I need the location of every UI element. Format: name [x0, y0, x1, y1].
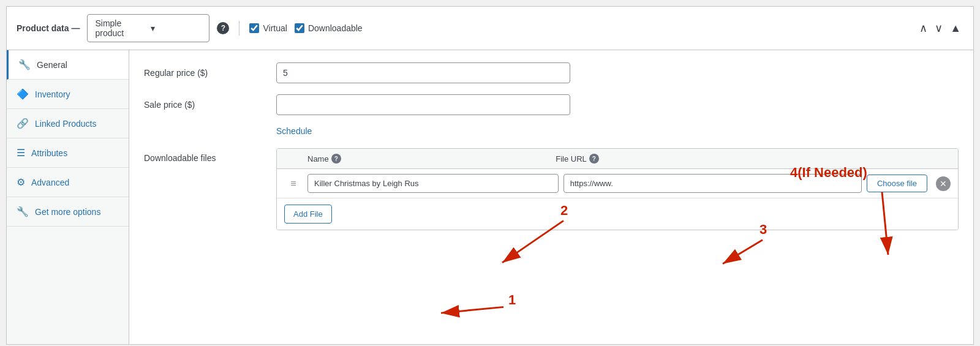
- link-icon: 🔗: [17, 118, 29, 129]
- sidebar-item-label: Advanced: [31, 178, 69, 187]
- sidebar-item-linked-products[interactable]: 🔗 Linked Products: [7, 109, 129, 138]
- sidebar-item-label: Linked Products: [35, 119, 96, 129]
- files-table-footer: Add File: [277, 198, 958, 230]
- sidebar-item-label: Attributes: [31, 148, 67, 158]
- virtual-checkbox[interactable]: [249, 23, 259, 33]
- divider: [239, 21, 239, 36]
- downloadable-files-label: Downloadable files: [144, 148, 266, 163]
- add-file-button[interactable]: Add File: [284, 205, 332, 224]
- collapse-up-button[interactable]: ∧: [917, 20, 930, 36]
- product-type-select[interactable]: Simple product ▾: [87, 14, 209, 42]
- sidebar-item-advanced[interactable]: ⚙ Advanced: [7, 168, 129, 197]
- help-icon[interactable]: ?: [217, 22, 229, 34]
- main-content: Regular price ($) Sale price ($) Schedul…: [129, 50, 973, 344]
- downloadable-checkbox[interactable]: [295, 23, 304, 33]
- attributes-icon: ☰: [17, 147, 25, 159]
- virtual-checkbox-group[interactable]: Virtual: [249, 23, 287, 33]
- sale-price-label: Sale price ($): [144, 100, 266, 110]
- file-url-input[interactable]: [564, 174, 862, 193]
- sidebar-item-label: Get more options: [35, 207, 100, 217]
- url-help-icon[interactable]: ?: [589, 154, 599, 164]
- collapse-down-button[interactable]: ∨: [932, 20, 945, 36]
- inventory-icon: 🔷: [17, 88, 29, 100]
- sale-price-row: Sale price ($): [144, 94, 959, 115]
- drag-col-header: [284, 154, 303, 164]
- product-data-body: 🔧 General 🔷 Inventory 🔗 Linked Products …: [7, 50, 973, 344]
- virtual-label: Virtual: [263, 23, 287, 33]
- file-name-input[interactable]: [307, 174, 559, 193]
- downloadable-label: Downloadable: [308, 23, 363, 33]
- sidebar-item-label: General: [37, 60, 67, 70]
- remove-file-button[interactable]: ✕: [936, 176, 951, 191]
- url-col-header: File URL ?: [556, 154, 848, 164]
- files-table-header: Name ? File URL ?: [277, 149, 958, 169]
- schedule-link[interactable]: Schedule: [276, 126, 959, 136]
- gear-icon: ⚙: [17, 176, 25, 188]
- name-col-header: Name ?: [307, 154, 551, 164]
- regular-price-row: Regular price ($): [144, 62, 959, 83]
- sidebar-item-label: Inventory: [35, 89, 70, 99]
- expand-button[interactable]: ▲: [948, 20, 963, 36]
- sidebar-item-attributes[interactable]: ☰ Attributes: [7, 138, 129, 168]
- chevron-down-icon: ▾: [151, 23, 202, 33]
- choose-file-button[interactable]: Choose file: [867, 175, 927, 192]
- name-help-icon[interactable]: ?: [331, 154, 341, 164]
- downloadable-files-section: Downloadable files Name ? File URL ?: [144, 148, 959, 230]
- files-table: Name ? File URL ? ≡: [276, 148, 959, 230]
- regular-price-input[interactable]: [276, 62, 570, 83]
- downloadable-checkbox-group[interactable]: Downloadable: [295, 23, 363, 33]
- product-data-header: Product data — Simple product ▾ ? Virtua…: [7, 7, 973, 50]
- sidebar: 🔧 General 🔷 Inventory 🔗 Linked Products …: [7, 50, 129, 344]
- action-col-header: [853, 154, 951, 164]
- product-data-title: Product data —: [17, 23, 80, 33]
- table-row: ≡ Choose file ✕: [277, 169, 958, 198]
- product-type-label: Simple product: [95, 18, 146, 38]
- sale-price-input[interactable]: [276, 94, 570, 115]
- sidebar-item-general[interactable]: 🔧 General: [7, 50, 129, 80]
- sidebar-item-get-more-options[interactable]: 🔧 Get more options: [7, 197, 129, 227]
- regular-price-label: Regular price ($): [144, 68, 266, 78]
- header-actions: ∧ ∨ ▲: [917, 20, 963, 36]
- wrench-icon: 🔧: [18, 59, 31, 70]
- drag-handle[interactable]: ≡: [284, 178, 303, 189]
- plugin-icon: 🔧: [17, 206, 29, 217]
- sidebar-item-inventory[interactable]: 🔷 Inventory: [7, 80, 129, 109]
